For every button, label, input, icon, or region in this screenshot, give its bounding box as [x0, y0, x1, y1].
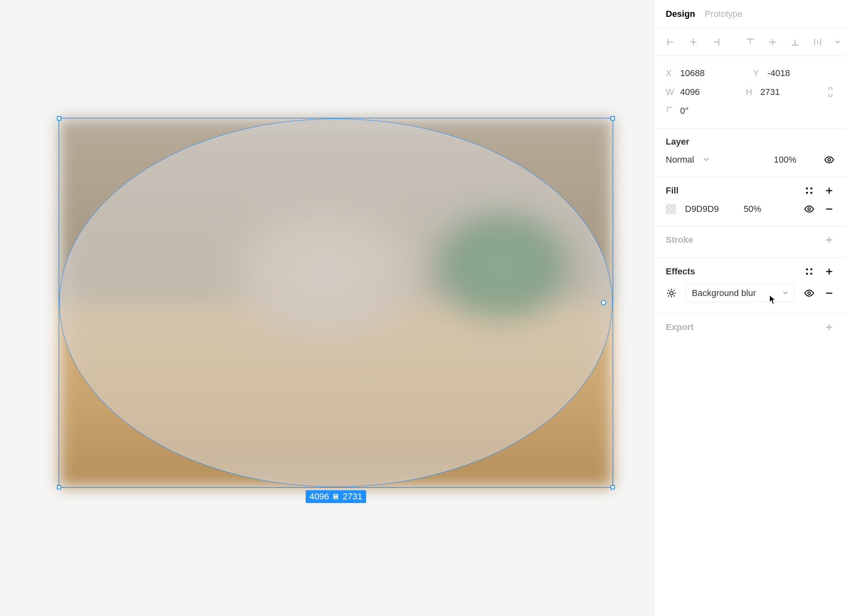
- fill-opacity[interactable]: 50%: [743, 204, 761, 214]
- w-label: W: [666, 87, 675, 97]
- dimension-width: 4096: [310, 492, 329, 501]
- inspector-tabs: Design Prototype: [655, 0, 846, 28]
- rotation-icon: [666, 106, 675, 116]
- fill-visibility-icon[interactable]: [804, 203, 815, 215]
- h-label: H: [746, 87, 755, 97]
- resize-handle-bl[interactable]: [57, 485, 61, 489]
- fill-title: Fill: [666, 185, 804, 196]
- stroke-section: Stroke: [655, 226, 846, 258]
- more-align-icon[interactable]: [835, 36, 840, 48]
- export-title: Export: [666, 322, 824, 332]
- effect-type-dropdown[interactable]: Background blur: [686, 284, 795, 302]
- align-vcenter-icon[interactable]: [767, 36, 778, 48]
- svg-point-32: [806, 273, 808, 275]
- selection-frame[interactable]: 4096 2731: [58, 118, 613, 488]
- dimension-height: 2731: [343, 492, 363, 501]
- blend-mode[interactable]: Normal: [666, 155, 694, 165]
- align-top-icon[interactable]: [745, 36, 755, 48]
- add-export-icon[interactable]: [824, 322, 835, 333]
- effects-title: Effects: [666, 266, 804, 277]
- tab-prototype[interactable]: Prototype: [705, 9, 742, 19]
- layer-opacity[interactable]: 100%: [774, 155, 796, 165]
- x-label: X: [666, 68, 675, 79]
- resize-handle-br[interactable]: [610, 485, 615, 489]
- layer-title: Layer: [666, 137, 835, 147]
- effects-styles-icon[interactable]: [804, 266, 815, 277]
- align-right-icon[interactable]: [711, 36, 721, 48]
- effect-visibility-icon[interactable]: [804, 288, 815, 299]
- svg-point-22: [806, 192, 808, 194]
- svg-point-26: [808, 208, 811, 211]
- distribute-icon[interactable]: [812, 36, 823, 48]
- add-fill-icon[interactable]: [824, 185, 835, 196]
- svg-line-41: [668, 290, 669, 291]
- align-hcenter-icon[interactable]: [688, 36, 699, 48]
- svg-line-43: [668, 296, 669, 296]
- fill-hex[interactable]: D9D9D9: [685, 204, 719, 214]
- svg-point-30: [806, 268, 808, 270]
- chevron-down-icon: [782, 288, 789, 298]
- svg-point-23: [810, 192, 812, 194]
- remove-fill-icon[interactable]: [824, 203, 835, 215]
- constrain-proportions-icon[interactable]: [826, 87, 835, 98]
- align-bottom-icon[interactable]: [790, 36, 800, 48]
- svg-point-33: [810, 273, 812, 275]
- arc-handle[interactable]: [601, 300, 606, 305]
- visibility-toggle-icon[interactable]: [824, 154, 835, 165]
- rotation-value[interactable]: 0°: [680, 106, 689, 116]
- align-left-icon[interactable]: [666, 36, 676, 48]
- add-stroke-icon[interactable]: [824, 234, 835, 246]
- resize-handle-tr[interactable]: [610, 116, 615, 121]
- svg-line-44: [674, 290, 675, 291]
- svg-point-20: [806, 187, 808, 189]
- layer-section: Layer Normal 100%: [655, 128, 846, 177]
- transform-section: X 10688 Y -4018 W 4096 H 2731: [655, 56, 846, 128]
- svg-point-31: [810, 268, 812, 270]
- alignment-section: [655, 28, 846, 56]
- tab-design[interactable]: Design: [666, 9, 695, 19]
- effects-section: Effects: [655, 258, 846, 313]
- h-value[interactable]: 2731: [760, 87, 780, 97]
- effect-type-label: Background blur: [692, 288, 778, 298]
- dimension-badge: 4096 2731: [306, 490, 367, 503]
- add-effect-icon[interactable]: [824, 266, 835, 277]
- x-value[interactable]: 10688: [680, 68, 705, 79]
- svg-point-45: [808, 292, 811, 295]
- fill-styles-icon[interactable]: [804, 185, 815, 196]
- ellipse-layer[interactable]: [59, 119, 612, 487]
- resize-handle-tl[interactable]: [57, 116, 61, 121]
- svg-point-21: [810, 187, 812, 189]
- y-value[interactable]: -4018: [767, 68, 790, 79]
- effect-settings-icon[interactable]: [666, 288, 677, 299]
- inspector-panel: Design Prototype: [654, 0, 846, 616]
- export-section: Export: [655, 313, 846, 345]
- y-label: Y: [753, 68, 762, 79]
- w-value[interactable]: 4096: [680, 87, 700, 97]
- remove-effect-icon[interactable]: [824, 288, 835, 299]
- chevron-down-icon[interactable]: [703, 155, 709, 165]
- fill-section: Fill D9D9D9 50%: [655, 177, 846, 226]
- svg-point-19: [828, 159, 831, 161]
- fill-swatch[interactable]: [666, 204, 676, 214]
- stroke-title: Stroke: [666, 235, 824, 245]
- svg-line-42: [674, 296, 675, 296]
- canvas[interactable]: 4096 2731: [0, 0, 654, 616]
- lock-icon: [332, 493, 340, 500]
- svg-point-36: [670, 292, 673, 295]
